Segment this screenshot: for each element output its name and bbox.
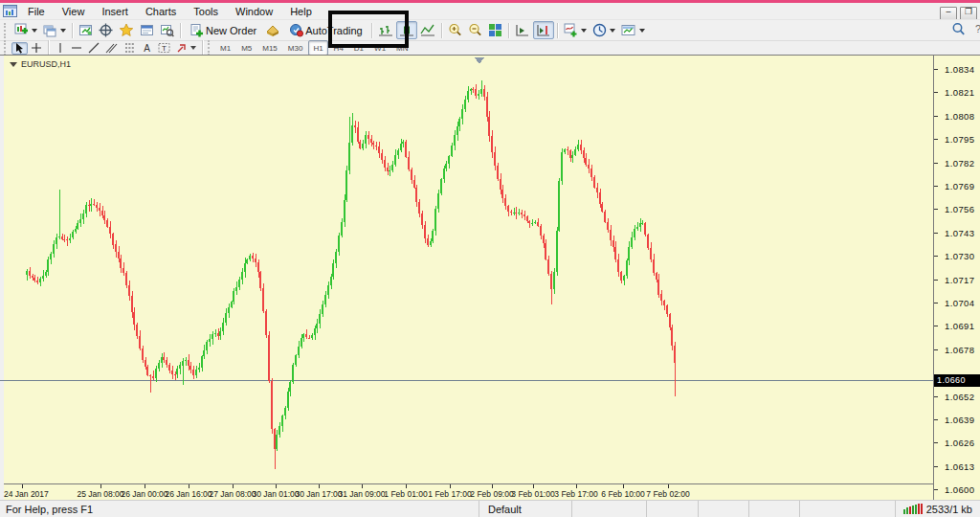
- profile-name: Default: [488, 504, 522, 515]
- arrows-tool-button[interactable]: [173, 42, 199, 55]
- time-tick: [533, 484, 534, 488]
- auto-scroll-button[interactable]: [512, 21, 533, 39]
- text-label-tool-button[interactable]: T: [155, 42, 173, 55]
- cursor-tool-button[interactable]: [11, 42, 28, 55]
- bid-price-badge: 1.0660: [934, 374, 980, 387]
- profiles-button[interactable]: [40, 21, 69, 39]
- profile-selector[interactable]: Default: [479, 501, 571, 517]
- bar-chart-button[interactable]: [375, 21, 396, 39]
- chart-shift-button[interactable]: [533, 21, 554, 39]
- timeframe-group: M1M5M15M30H1H4D1W1MN: [215, 40, 413, 56]
- price-tick: [934, 69, 938, 70]
- price-tick-label: 1.0730: [945, 251, 974, 261]
- price-tick-label: 1.0678: [945, 345, 974, 355]
- time-tick-label: 30 Jan 01:00: [252, 489, 299, 499]
- price-tick-label: 1.0808: [945, 111, 974, 122]
- time-tick-label: 6 Feb 10:00: [601, 489, 644, 499]
- toolbar-drag-handle[interactable]: [4, 40, 10, 56]
- equidistant-channel-tool-button[interactable]: [102, 42, 121, 55]
- help-icon[interactable]: ?: [975, 23, 980, 34]
- one-click-panel-icon[interactable]: [10, 62, 17, 67]
- timeframe-button-h1[interactable]: H1: [308, 40, 327, 56]
- new-order-button[interactable]: New Order: [184, 21, 262, 39]
- chevron-down-icon: [639, 29, 645, 33]
- timeframe-button-m5[interactable]: M5: [236, 40, 256, 56]
- time-tick-label: 1 Feb 01:00: [384, 489, 427, 499]
- menu-item-charts[interactable]: Charts: [137, 5, 185, 18]
- timeframe-button-h4[interactable]: H4: [329, 40, 348, 56]
- price-tick: [934, 349, 938, 350]
- standard-toolbar: New Order AutoTrading: [0, 19, 980, 41]
- timeframe-button-d1[interactable]: D1: [349, 40, 368, 56]
- toolbar-drag-handle[interactable]: [4, 23, 10, 38]
- chart-symbol-label[interactable]: EURUSD,H1: [10, 59, 71, 69]
- autotrading-button[interactable]: AutoTrading: [283, 21, 368, 39]
- price-tick-label: 1.0600: [945, 484, 974, 495]
- connection-status[interactable]: 2533/1 kb: [895, 501, 980, 517]
- minimize-button[interactable]: –: [940, 7, 957, 20]
- menu-item-view[interactable]: View: [54, 5, 94, 18]
- market-watch-button[interactable]: [76, 21, 96, 39]
- timeframe-button-m1[interactable]: M1: [215, 40, 235, 56]
- timeframe-button-w1[interactable]: W1: [369, 40, 390, 56]
- timeframe-button-mn[interactable]: MN: [391, 40, 412, 56]
- status-cell: [571, 501, 646, 517]
- restore-button[interactable]: ❐: [960, 7, 977, 20]
- tile-windows-button[interactable]: [485, 21, 505, 39]
- time-tick-label: 7 Feb 02:00: [646, 489, 689, 499]
- time-tick-label: 27 Jan 08:00: [209, 489, 256, 499]
- time-tick: [362, 484, 363, 488]
- price-axis[interactable]: 1.08341.08211.08081.07951.07821.07691.07…: [933, 56, 980, 500]
- price-tick: [934, 280, 938, 281]
- menu-item-help[interactable]: Help: [281, 5, 321, 18]
- time-tick: [406, 484, 407, 488]
- text-tool-button[interactable]: A: [139, 42, 155, 55]
- timeframe-button-m30[interactable]: M30: [283, 40, 308, 56]
- status-help-text: For Help, press F1: [0, 504, 479, 515]
- navigator-button[interactable]: [116, 21, 137, 39]
- new-chart-button[interactable]: [11, 21, 40, 39]
- time-tick-label: 2 Feb 09:00: [470, 489, 513, 499]
- vertical-line-tool-button[interactable]: [52, 42, 68, 55]
- toolbar-drag-handle[interactable]: [208, 40, 213, 56]
- price-tick: [934, 489, 938, 490]
- time-tick: [450, 484, 451, 488]
- metaeditor-button[interactable]: [262, 21, 283, 39]
- time-tick-label: 25 Jan 08:00: [77, 489, 123, 499]
- zoom-in-button[interactable]: [445, 21, 465, 39]
- chevron-down-icon: [190, 46, 196, 50]
- price-tick: [934, 163, 938, 164]
- status-cell: [799, 501, 851, 517]
- strategy-tester-button[interactable]: [157, 21, 177, 39]
- price-tick: [934, 326, 938, 326]
- time-axis[interactable]: 24 Jan 201725 Jan 08:0026 Jan 00:0026 Ja…: [4, 483, 933, 500]
- time-tick-label: 26 Jan 00:00: [121, 489, 167, 499]
- price-tick: [934, 419, 938, 420]
- terminal-button[interactable]: [137, 21, 157, 39]
- status-cell: [646, 501, 698, 517]
- trendline-tool-button[interactable]: [85, 42, 102, 55]
- candlestick-series[interactable]: [0, 56, 933, 483]
- menu-item-window[interactable]: Window: [227, 5, 281, 18]
- price-tick-label: 1.0782: [945, 158, 974, 169]
- templates-button[interactable]: [618, 21, 648, 39]
- timeframe-button-m15[interactable]: M15: [257, 40, 282, 56]
- fibonacci-tool-button[interactable]: [121, 42, 139, 55]
- menu-item-file[interactable]: File: [19, 5, 54, 18]
- search-icon[interactable]: [951, 22, 966, 36]
- horizontal-line-tool-button[interactable]: [68, 42, 85, 55]
- indicators-button[interactable]: [561, 21, 590, 39]
- time-tick: [145, 484, 145, 488]
- menu-item-tools[interactable]: Tools: [185, 5, 227, 18]
- crosshair-tool-button[interactable]: [28, 42, 45, 55]
- autotrading-label: AutoTrading: [305, 25, 363, 36]
- price-tick: [934, 466, 938, 467]
- line-chart-button[interactable]: [417, 21, 438, 39]
- periods-button[interactable]: [590, 21, 618, 39]
- zoom-out-button[interactable]: [465, 21, 485, 39]
- menu-item-insert[interactable]: Insert: [93, 5, 137, 18]
- data-window-button[interactable]: [96, 21, 116, 39]
- connection-bars-icon: [903, 504, 923, 514]
- price-tick-label: 1.0691: [945, 321, 974, 331]
- candlestick-chart-button[interactable]: [396, 21, 417, 39]
